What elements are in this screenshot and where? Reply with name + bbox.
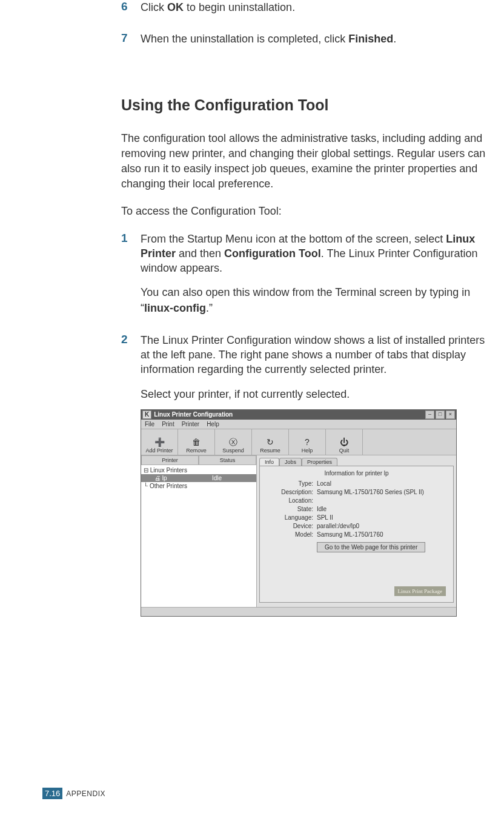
tab-properties[interactable]: Properties [302,458,337,466]
intro-paragraph: The configuration tool allows the admini… [121,131,497,192]
menu-file[interactable]: File [145,421,154,427]
footer-label: APPENDIX [66,789,105,798]
toolbar-help[interactable]: ?Help [289,429,326,455]
lpc-toolbar: ➕Add Printer 🗑Remove ⓧSuspend ↻Resume ?H… [141,429,456,455]
col-header-printer[interactable]: Printer [141,455,199,465]
printer-tree[interactable]: ⊟ Linux Printers 🖨 lp Idle └ Other Print… [141,465,256,607]
lpc-window-screenshot: K Linux Printer Configuration – □ × File… [141,409,457,617]
web-page-button[interactable]: Go to the Web page for this printer [317,542,425,552]
add-printer-icon: ➕ [154,438,165,446]
toolbar-add-printer[interactable]: ➕Add Printer [141,429,178,455]
step-text: Click OK to begin uninstallation. [141,0,295,15]
page-footer: 7.16 APPENDIX [42,788,105,799]
lpc-right-pane: Info Jobs Properties Information for pri… [257,455,456,607]
kde-icon: K [142,410,151,419]
quit-icon: ⏻ [340,438,348,446]
linux-print-package-logo: Linux Print Package [394,586,446,596]
toolbar-suspend[interactable]: ⓧSuspend [215,429,252,455]
help-icon: ? [305,438,310,446]
step-text: From the Startup Menu icon at the bottom… [141,232,497,316]
tab-jobs[interactable]: Jobs [279,458,302,466]
close-icon[interactable]: × [446,410,455,419]
step-text: The Linux Printer Configuration window s… [141,333,497,402]
field-model: Model:Samsung ML-1750/1760 [265,531,448,538]
toolbar-quit[interactable]: ⏻Quit [326,429,363,455]
access-paragraph: To access the Configuration Tool: [121,204,497,219]
field-device: Device:parallel:/dev/lp0 [265,523,448,529]
step-number: 1 [121,232,141,316]
tree-item-lp[interactable]: 🖨 lp Idle [141,474,256,482]
section-heading: Using the Configuration Tool [121,96,497,114]
field-language: Language:SPL II [265,514,448,521]
col-header-status[interactable]: Status [199,455,256,465]
menu-help[interactable]: Help [207,421,219,427]
lpc-statusbar [141,607,456,616]
toolbar-resume[interactable]: ↻Resume [252,429,289,455]
info-panel: Information for printer lp Type:Local De… [259,466,454,603]
remove-icon: 🗑 [192,438,201,446]
lpc-titlebar: K Linux Printer Configuration – □ × [141,410,456,420]
step-2: 2 The Linux Printer Configuration window… [121,333,497,402]
tab-info[interactable]: Info [259,458,279,466]
lpc-title: Linux Printer Configuration [154,411,425,418]
resume-icon: ↻ [267,438,274,446]
step-6: 6 Click OK to begin uninstallation. [121,0,497,15]
page-number-badge: 7.16 [42,788,62,799]
toolbar-remove[interactable]: 🗑Remove [178,429,215,455]
field-location: Location: [265,497,448,504]
field-description: Description:Samsung ML-1750/1760 Series … [265,489,448,495]
step-number: 2 [121,333,141,402]
step-text: When the uninstallation is completed, cl… [141,32,396,46]
suspend-icon: ⓧ [229,438,237,446]
tree-item-linux-printers[interactable]: ⊟ Linux Printers [141,466,256,474]
step-number: 6 [121,0,141,15]
menu-printer[interactable]: Printer [182,421,199,427]
info-panel-title: Information for printer lp [265,470,448,477]
step-7: 7 When the uninstallation is completed, … [121,32,497,46]
tree-item-other-printers[interactable]: └ Other Printers [141,482,256,490]
minimize-icon[interactable]: – [425,410,434,419]
field-type: Type:Local [265,480,448,487]
lpc-menubar: File Print Printer Help [141,420,456,429]
field-state: State:Idle [265,506,448,512]
lpc-left-pane: Printer Status ⊟ Linux Printers 🖨 lp Idl… [141,455,257,607]
step-number: 7 [121,32,141,46]
maximize-icon[interactable]: □ [436,410,445,419]
step-1: 1 From the Startup Menu icon at the bott… [121,232,497,316]
menu-print[interactable]: Print [162,421,174,427]
